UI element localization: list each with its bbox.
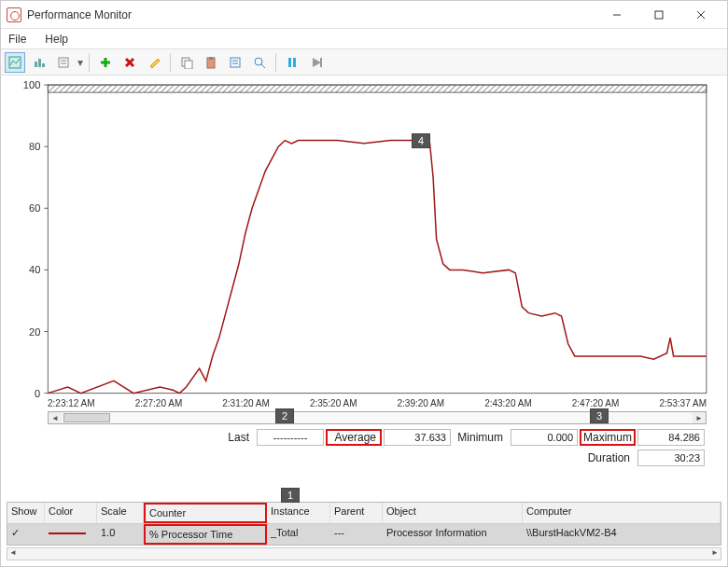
average-label: Average — [328, 431, 380, 444]
grid-scrollbar[interactable]: ◄► — [7, 547, 721, 560]
svg-rect-29 — [48, 85, 706, 92]
update-button[interactable] — [306, 52, 327, 73]
annotation-badge-1: 1 — [281, 488, 300, 503]
duration-value: 30:23 — [637, 449, 705, 466]
svg-line-24 — [261, 64, 265, 68]
duration-label: Duration — [581, 451, 634, 464]
col-instance[interactable]: Instance — [267, 503, 330, 523]
copy-button[interactable] — [176, 52, 197, 73]
cell-instance: _Total — [267, 524, 330, 545]
svg-rect-6 — [38, 59, 41, 67]
grid-header-row: Show Color Scale Counter Instance Parent… — [7, 503, 721, 524]
svg-rect-19 — [209, 57, 213, 60]
svg-text:60: 60 — [29, 202, 40, 214]
close-button[interactable] — [679, 2, 721, 28]
last-label: Last — [201, 431, 253, 444]
menubar: File Help — [1, 29, 727, 49]
scroll-thumb[interactable] — [63, 413, 110, 422]
svg-rect-17 — [185, 61, 192, 69]
svg-text:20: 20 — [29, 326, 40, 338]
cell-scale: 1.0 — [97, 524, 144, 545]
cell-computer: \\BurstHackVM2-B4 — [523, 524, 721, 545]
toolbar: ▾ — [1, 49, 727, 76]
window-title: Performance Monitor — [27, 8, 132, 21]
scroll-left-icon[interactable]: ◄ — [49, 412, 62, 423]
col-show[interactable]: Show — [7, 503, 45, 523]
scroll-right-icon[interactable]: ► — [693, 412, 706, 423]
svg-rect-26 — [293, 58, 296, 67]
properties-button[interactable] — [225, 52, 245, 73]
average-value: 37.633 — [384, 429, 451, 446]
cell-object: Processor Information — [383, 524, 523, 545]
last-value: ---------- — [257, 429, 324, 446]
minimum-value: 0.000 — [511, 429, 578, 446]
minimum-label: Minimum — [455, 431, 507, 444]
cell-counter: % Processor Time — [144, 524, 267, 545]
svg-point-23 — [255, 58, 262, 65]
maximum-value: 84.286 — [637, 429, 705, 446]
col-scale[interactable]: Scale — [97, 503, 144, 523]
svg-text:40: 40 — [29, 264, 40, 275]
zoom-button[interactable] — [249, 52, 270, 73]
time-scrollbar[interactable]: ◄ ► — [5, 410, 720, 425]
titlebar: Performance Monitor — [1, 1, 727, 29]
col-counter[interactable]: Counter — [144, 503, 267, 523]
svg-rect-5 — [35, 62, 37, 67]
annotation-badge-4: 4 — [412, 133, 430, 148]
col-computer[interactable]: Computer — [523, 503, 721, 523]
add-counter-button[interactable] — [95, 52, 116, 73]
annotation-badge-2: 2 — [275, 408, 294, 423]
svg-rect-20 — [231, 58, 240, 67]
maximum-label: Maximum — [581, 431, 634, 444]
svg-marker-15 — [150, 59, 160, 68]
col-object[interactable]: Object — [383, 503, 523, 523]
col-parent[interactable]: Parent — [330, 503, 383, 523]
maximize-button[interactable] — [637, 2, 679, 28]
svg-text:100: 100 — [23, 79, 40, 90]
cell-color — [45, 524, 97, 545]
svg-rect-28 — [320, 58, 322, 67]
view-graph-button[interactable] — [5, 52, 25, 73]
delete-counter-button[interactable] — [119, 52, 140, 73]
menu-file[interactable]: File — [5, 31, 30, 48]
freeze-button[interactable] — [282, 52, 302, 73]
svg-rect-1 — [655, 11, 663, 19]
performance-chart[interactable]: 020406080100 4 — [5, 79, 720, 396]
svg-text:0: 0 — [35, 388, 40, 399]
svg-rect-25 — [288, 58, 291, 67]
svg-rect-8 — [59, 58, 68, 67]
grid-row[interactable]: ✓ 1.0 % Processor Time _Total --- Proces… — [7, 524, 721, 545]
app-icon — [7, 7, 21, 22]
menu-help[interactable]: Help — [41, 31, 72, 48]
svg-marker-27 — [313, 58, 321, 67]
svg-rect-30 — [48, 85, 706, 394]
svg-text:80: 80 — [29, 141, 40, 152]
cell-parent: --- — [330, 524, 383, 545]
minimize-button[interactable] — [595, 2, 637, 28]
annotation-badge-3: 3 — [590, 408, 609, 423]
svg-rect-7 — [42, 63, 45, 67]
highlight-button[interactable] — [144, 52, 164, 73]
view-histogram-button[interactable] — [29, 52, 49, 73]
view-report-button[interactable] — [53, 52, 74, 73]
counters-grid[interactable]: Show Color Scale Counter Instance Parent… — [7, 502, 721, 546]
stats-area: Last ---------- Average 37.633 Minimum 0… — [5, 425, 720, 472]
paste-button[interactable] — [201, 52, 221, 73]
col-color[interactable]: Color — [45, 503, 97, 523]
cell-show[interactable]: ✓ — [7, 524, 45, 545]
